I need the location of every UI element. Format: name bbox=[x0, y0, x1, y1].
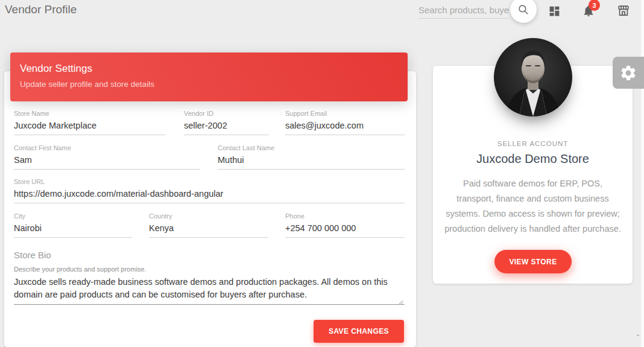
search-button[interactable] bbox=[510, 0, 537, 23]
support-email-field: Support Email bbox=[285, 110, 405, 135]
country-label: Country bbox=[149, 212, 268, 220]
country-field: Country bbox=[149, 212, 268, 238]
save-changes-button[interactable]: SAVE CHANGES bbox=[314, 320, 404, 343]
contact-first-name-label: Contact First Name bbox=[14, 144, 200, 151]
country-input[interactable] bbox=[149, 223, 268, 238]
textarea-resize-handle[interactable] bbox=[397, 296, 403, 302]
store-name-field: Store Name bbox=[14, 110, 165, 135]
contact-last-name-input[interactable] bbox=[218, 154, 405, 170]
avatar[interactable] bbox=[494, 38, 572, 116]
storefront-icon bbox=[616, 4, 631, 18]
gear-icon bbox=[619, 64, 637, 82]
store-url-input[interactable] bbox=[14, 188, 405, 203]
vendor-settings-title: Vendor Settings bbox=[20, 63, 398, 75]
vendor-settings-subtitle: Update seller profile and store details bbox=[20, 80, 398, 89]
settings-panel-button[interactable] bbox=[613, 57, 644, 89]
vendor-settings-card: Store Name Vendor ID Support Email Conta… bbox=[4, 71, 416, 347]
support-email-label: Support Email bbox=[285, 110, 405, 117]
store-bio-hint: Describe your products and support promi… bbox=[14, 266, 147, 273]
phone-field: Phone bbox=[285, 212, 405, 238]
contact-first-name-field: Contact First Name bbox=[14, 144, 200, 170]
dashboard-nav-button[interactable] bbox=[546, 3, 562, 19]
search-input[interactable] bbox=[418, 2, 509, 19]
phone-label: Phone bbox=[285, 212, 405, 220]
store-name-input[interactable] bbox=[14, 120, 165, 135]
notification-badge: 3 bbox=[589, 0, 600, 11]
seller-store-name: Juxcode Demo Store bbox=[433, 152, 633, 166]
store-url-label: Store URL bbox=[14, 178, 405, 185]
store-bio-title: Store Bio bbox=[14, 250, 51, 260]
contact-last-name-field: Contact Last Name bbox=[218, 144, 405, 170]
avatar-photo bbox=[494, 38, 572, 116]
city-label: City bbox=[14, 212, 132, 220]
vendor-id-label: Vendor ID bbox=[184, 110, 269, 117]
scrollbar[interactable] bbox=[641, 0, 644, 347]
phone-input[interactable] bbox=[285, 223, 405, 238]
store-url-field: Store URL bbox=[14, 178, 405, 203]
vendor-id-input[interactable] bbox=[184, 120, 269, 135]
vendor-settings-header: Vendor Settings Update seller profile an… bbox=[10, 53, 408, 101]
contact-first-name-input[interactable] bbox=[14, 154, 200, 170]
store-name-label: Store Name bbox=[14, 110, 165, 117]
city-field: City bbox=[14, 212, 132, 238]
support-email-input[interactable] bbox=[285, 120, 405, 135]
vendor-id-field: Vendor ID bbox=[184, 110, 269, 135]
city-input[interactable] bbox=[14, 223, 132, 238]
seller-description: Paid software demos for ERP, POS, transp… bbox=[444, 176, 622, 237]
shop-nav-button[interactable] bbox=[616, 3, 631, 19]
dashboard-grid-icon bbox=[548, 5, 561, 18]
view-store-button[interactable]: VIEW STORE bbox=[494, 250, 572, 273]
notifications-button[interactable]: 3 bbox=[581, 3, 596, 19]
page-title: Vendor Profile bbox=[5, 3, 77, 16]
page-corner-artifact: ʺ bbox=[637, 334, 639, 340]
contact-last-name-label: Contact Last Name bbox=[218, 144, 405, 151]
seller-account-eyebrow: SELLER ACCOUNT bbox=[433, 140, 633, 147]
search-icon bbox=[517, 4, 529, 16]
store-bio-textarea[interactable]: Juxcode sells ready-made business softwa… bbox=[14, 276, 405, 305]
